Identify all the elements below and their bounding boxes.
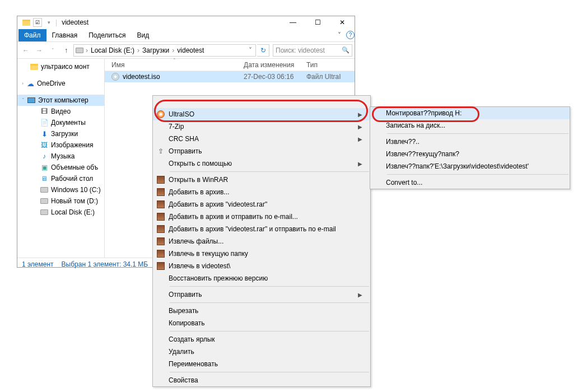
documents-icon: 📄 bbox=[40, 118, 49, 127]
ctx-shortcut[interactable]: Создать ярлык bbox=[153, 333, 370, 346]
drive-icon bbox=[40, 208, 49, 217]
sidebar-item-desktop[interactable]: 🖥Рабочий стол bbox=[17, 173, 104, 184]
ctx-delete[interactable]: Удалить bbox=[153, 346, 370, 358]
ctx-openwith[interactable]: Открыть с помощью▶ bbox=[153, 157, 370, 170]
separator bbox=[170, 171, 369, 172]
ctx-winrar-open[interactable]: Открыть в WinRAR bbox=[153, 174, 370, 186]
sub-extract-current[interactable]: Извлеч??текущу?папк? bbox=[370, 148, 570, 160]
column-type[interactable]: Тип bbox=[306, 61, 355, 69]
sidebar-item-thispc[interactable]: ˅Этот компьютер bbox=[17, 95, 104, 106]
refresh-button[interactable]: ↻ bbox=[257, 44, 269, 57]
ctx-open-ultraiso[interactable]: Открыть с помощью UltraISO bbox=[153, 96, 370, 108]
sort-indicator-icon: ˄ bbox=[173, 58, 176, 63]
up-button[interactable]: ↑ bbox=[60, 44, 72, 57]
share-icon: ⇪ bbox=[153, 147, 169, 155]
ctx-winrar-email[interactable]: Добавить в архив и отправить по e-mail..… bbox=[153, 211, 370, 223]
sidebar-item-downloads[interactable]: ⬇Загрузки bbox=[17, 128, 104, 139]
search-icon: 🔍 bbox=[342, 46, 350, 54]
drive-icon bbox=[40, 197, 49, 206]
ctx-winrar-add-named[interactable]: Добавить в архив "videotest.rar" bbox=[153, 198, 370, 211]
ctx-share[interactable]: ⇪Отправить bbox=[153, 145, 370, 157]
sidebar-item-documents[interactable]: 📄Документы bbox=[17, 117, 104, 128]
ctx-winrar-email-named[interactable]: Добавить в архив "videotest.rar" и отпра… bbox=[153, 223, 370, 235]
maximize-button[interactable]: ☐ bbox=[305, 16, 330, 29]
winrar-icon bbox=[153, 225, 169, 233]
sub-mount[interactable]: Монтироват??привод H: bbox=[370, 107, 570, 119]
address-dropdown[interactable]: ˅ bbox=[246, 46, 254, 54]
sidebar-item-pictures[interactable]: 🖼Изображения bbox=[17, 139, 104, 151]
search-input[interactable]: Поиск: videotest 🔍 bbox=[273, 44, 352, 57]
file-name: videotest.iso bbox=[123, 73, 160, 81]
breadcrumb[interactable]: Загрузки bbox=[141, 46, 170, 54]
forward-button[interactable]: → bbox=[33, 44, 45, 57]
sub-extract[interactable]: Извлеч??.. bbox=[370, 136, 570, 148]
ultraiso-icon bbox=[153, 110, 169, 118]
sidebar-item-onedrive[interactable]: ›☁OneDrive bbox=[17, 78, 104, 89]
ctx-extract-to[interactable]: Извлечь в videotest\ bbox=[153, 260, 370, 272]
ctx-extract-files[interactable]: Извлечь файлы... bbox=[153, 235, 370, 248]
address-bar[interactable]: › Local Disk (E:) › Загрузки › videotest… bbox=[73, 44, 256, 57]
desktop-icon: 🖥 bbox=[40, 174, 49, 183]
file-date: 27-Dec-03 06:16 bbox=[244, 73, 306, 81]
sub-convert[interactable]: Convert to... bbox=[370, 176, 570, 189]
winrar-icon bbox=[153, 213, 169, 221]
winrar-icon bbox=[153, 176, 169, 184]
file-row[interactable]: videotest.iso 27-Dec-03 06:16 Файл Ultra… bbox=[105, 71, 355, 82]
sidebar-item-3d[interactable]: ▣Объемные объ bbox=[17, 162, 104, 173]
sidebar-item-drive-e[interactable]: Local Disk (E:) bbox=[17, 207, 104, 218]
column-date[interactable]: Дата изменения bbox=[244, 61, 306, 69]
column-headers: Имя Дата изменения Тип bbox=[105, 59, 355, 71]
sidebar-item-video[interactable]: 🎞Видео bbox=[17, 106, 104, 117]
separator bbox=[170, 286, 369, 287]
ctx-crcsha[interactable]: CRC SHA▶ bbox=[153, 133, 370, 145]
iso-icon bbox=[111, 73, 119, 81]
close-button[interactable]: ✕ bbox=[330, 16, 355, 29]
sidebar-item-drive-d[interactable]: Новый том (D:) bbox=[17, 195, 104, 207]
qat-properties-icon[interactable]: ☑ bbox=[33, 18, 42, 27]
sidebar-item-recent[interactable]: ультраисо монт bbox=[17, 61, 104, 72]
separator bbox=[170, 372, 369, 372]
ctx-extract-here[interactable]: Извлечь в текущую папку bbox=[153, 248, 370, 260]
sub-extract-path[interactable]: Извлеч??папк?'E:\Загрузки\videotest\vide… bbox=[370, 160, 570, 172]
winrar-icon bbox=[153, 188, 169, 196]
context-menu: Открыть с помощью UltraISO UltraISO▶ 7-Z… bbox=[152, 95, 371, 387]
chevron-right-icon: ▶ bbox=[358, 292, 362, 298]
sidebar-item-music[interactable]: ♪Музыка bbox=[17, 151, 104, 162]
ribbon-file-tab[interactable]: Файл bbox=[18, 29, 46, 41]
nav-bar: ← → ˅ ↑ › Local Disk (E:) › Загрузки › v… bbox=[17, 42, 355, 59]
ribbon-expand-button[interactable]: ˅ bbox=[333, 31, 346, 39]
winrar-icon bbox=[153, 200, 169, 208]
help-button[interactable]: ? bbox=[346, 31, 355, 39]
separator bbox=[170, 302, 369, 303]
ctx-ultraiso[interactable]: UltraISO▶ bbox=[153, 108, 370, 120]
status-count: 1 элемент bbox=[22, 260, 54, 268]
separator bbox=[170, 331, 369, 332]
minimize-button[interactable]: — bbox=[281, 16, 305, 29]
ctx-rename[interactable]: Переименовать bbox=[153, 358, 370, 370]
back-button[interactable]: ← bbox=[20, 44, 32, 57]
sub-burn[interactable]: Записать на диск... bbox=[370, 119, 570, 132]
sidebar: ультраисо монт ›☁OneDrive ˅Этот компьюте… bbox=[17, 59, 105, 258]
ctx-winrar-add[interactable]: Добавить в архив... bbox=[153, 186, 370, 198]
window-title: videotest bbox=[62, 18, 88, 26]
ctx-sendto[interactable]: Отправить▶ bbox=[153, 288, 370, 301]
ctx-restore[interactable]: Восстановить прежнюю версию bbox=[153, 272, 370, 284]
breadcrumb[interactable]: videotest bbox=[176, 46, 205, 54]
cloud-icon: ☁ bbox=[26, 79, 35, 88]
ribbon-share-tab[interactable]: Поделиться bbox=[83, 29, 131, 41]
breadcrumb[interactable]: Local Disk (E:) bbox=[90, 46, 136, 54]
ctx-properties[interactable]: Свойства bbox=[153, 374, 370, 386]
search-placeholder: Поиск: videotest bbox=[276, 46, 325, 54]
ctx-copy[interactable]: Копировать bbox=[153, 317, 370, 329]
ctx-7zip[interactable]: 7-Zip▶ bbox=[153, 120, 370, 133]
ribbon-view-tab[interactable]: Вид bbox=[131, 29, 155, 41]
sidebar-item-drive-c[interactable]: Windows 10 (C:) bbox=[17, 184, 104, 195]
winrar-icon bbox=[153, 262, 169, 270]
chevron-right-icon: ▶ bbox=[358, 111, 362, 118]
history-button[interactable]: ˅ bbox=[46, 44, 59, 57]
ribbon-home-tab[interactable]: Главная bbox=[46, 29, 83, 41]
qat-dropdown-icon[interactable]: ▾ bbox=[44, 18, 53, 27]
downloads-icon: ⬇ bbox=[40, 129, 49, 138]
computer-icon bbox=[27, 96, 36, 105]
ctx-cut[interactable]: Вырезать bbox=[153, 305, 370, 317]
